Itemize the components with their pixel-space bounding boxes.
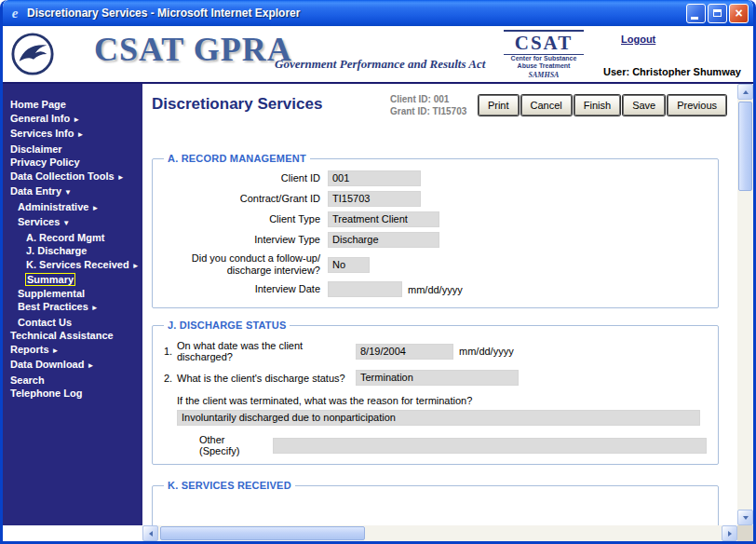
- scroll-right-button[interactable]: [722, 525, 737, 541]
- sidebar-item-label: J. Discharge: [26, 245, 87, 256]
- sidebar-item-services[interactable]: Services▼: [3, 215, 142, 231]
- termination-reason-label: If the client was terminated, what was t…: [177, 395, 707, 406]
- window-title: Discretionary Services - Microsoft Inter…: [27, 7, 684, 20]
- client-type-field[interactable]: Treatment Client: [328, 211, 439, 227]
- ie-icon: e: [7, 6, 22, 20]
- scroll-left-button[interactable]: [142, 525, 158, 541]
- sidebar-item-home-page[interactable]: Home Page: [3, 98, 142, 112]
- scroll-up-button[interactable]: [737, 84, 753, 100]
- scrollbar-corner: [737, 525, 753, 541]
- csat-logo-acronym: CSAT: [504, 30, 584, 55]
- discharge-date-field[interactable]: 8/19/2004: [356, 344, 453, 360]
- chevron-down-icon: ▼: [64, 188, 72, 197]
- title-bar[interactable]: e Discretionary Services - Microsoft Int…: [3, 0, 753, 26]
- sidebar-item-data-entry[interactable]: Data Entry▼: [3, 184, 142, 200]
- bottom-row: [3, 525, 753, 541]
- question-row: 2. What is the client's discharge status…: [164, 370, 707, 386]
- sidebar-item-label: K. Services Received: [26, 259, 129, 270]
- discharge-date-question: On what date was the client discharged?: [177, 340, 356, 362]
- client-id-label: Client ID: 001: [390, 93, 466, 105]
- section-record-management: A. RECORD MANAGEMENT Client ID 001 Contr…: [152, 153, 719, 308]
- other-specify-label: Other (Specify): [199, 434, 267, 456]
- previous-button[interactable]: Previous: [668, 95, 726, 116]
- content-frame: Discretionary Services Client ID: 001 Gr…: [142, 84, 737, 525]
- sidebar-item-privacy-policy[interactable]: Privacy Policy: [3, 156, 142, 170]
- followup-interview-field[interactable]: No: [328, 257, 370, 273]
- sidebar-item-disclaimer[interactable]: Disclaimer: [3, 143, 142, 156]
- sidebar-item-discharge[interactable]: J. Discharge: [3, 244, 142, 258]
- sidebar-item-general-info[interactable]: General Info►: [3, 112, 142, 128]
- cancel-button[interactable]: Cancel: [521, 95, 572, 116]
- chevron-right-icon: ►: [91, 204, 99, 212]
- sidebar-item-data-collection-tools[interactable]: Data Collection Tools►: [3, 170, 142, 185]
- other-specify-field[interactable]: [273, 438, 707, 454]
- horizontal-scroll-thumb[interactable]: [160, 526, 365, 540]
- sidebar-item-search[interactable]: Search: [3, 374, 142, 388]
- sidebar-item-administrative[interactable]: Administrative►: [3, 200, 142, 216]
- sidebar-item-label: Services Info: [10, 128, 74, 139]
- hhs-logo: [10, 32, 55, 80]
- chevron-right-icon: ►: [87, 361, 94, 370]
- sidebar-nav: Home Page General Info► Services Info► D…: [3, 84, 142, 525]
- finish-button[interactable]: Finish: [574, 95, 620, 116]
- sidebar-item-telephone-log[interactable]: Telephone Log: [3, 387, 142, 401]
- print-button[interactable]: Print: [479, 95, 519, 116]
- horizontal-scroll-track[interactable]: [158, 525, 722, 541]
- question-row: 1. On what date was the client discharge…: [164, 340, 707, 362]
- chevron-down-icon: ▼: [62, 219, 70, 227]
- sidebar-item-supplemental[interactable]: Supplemental: [3, 287, 142, 301]
- chevron-right-icon: ►: [76, 130, 84, 139]
- field-row: Interview Date mm/dd/yyyy: [164, 281, 707, 297]
- date-format-hint: mm/dd/yyyy: [408, 284, 463, 295]
- minimize-button[interactable]: [686, 4, 706, 23]
- interview-date-field-label: Interview Date: [164, 283, 320, 295]
- user-label: User: Christopher Shumway: [603, 66, 741, 77]
- date-format-hint: mm/dd/yyyy: [459, 346, 514, 357]
- sidebar-item-data-download[interactable]: Data Download►: [3, 358, 142, 374]
- sidebar-item-label: Home Page: [10, 99, 66, 110]
- action-buttons: Print Cancel Finish Save Previous: [476, 95, 726, 116]
- field-row: Client ID 001: [164, 170, 707, 186]
- sidebar-item-label: Technical Assistance: [10, 330, 114, 341]
- horizontal-scrollbar[interactable]: [142, 525, 737, 541]
- arrow-right-icon: [728, 531, 732, 537]
- sidebar-item-summary[interactable]: Summary: [3, 273, 142, 287]
- csat-logo-line1: Center for Substance: [504, 55, 584, 62]
- vertical-scrollbar[interactable]: [737, 84, 753, 525]
- termination-reason-field[interactable]: Involuntarily discharged due to nonparti…: [177, 410, 700, 426]
- sidebar-item-label: Data Entry: [10, 185, 61, 197]
- sidebar-item-reports[interactable]: Reports►: [3, 343, 142, 359]
- sidebar-item-label: Telephone Log: [10, 388, 82, 399]
- chevron-right-icon: ►: [73, 116, 80, 124]
- brand-title: CSAT GPRA: [94, 30, 292, 69]
- interview-type-field[interactable]: Discharge: [328, 232, 439, 248]
- sidebar-item-label: Data Download: [10, 359, 84, 370]
- sidebar-item-services-info[interactable]: Services Info►: [3, 127, 142, 143]
- chevron-right-icon: ►: [52, 347, 60, 355]
- save-button[interactable]: Save: [623, 95, 665, 116]
- scroll-down-button[interactable]: [737, 510, 753, 525]
- discharge-status-field[interactable]: Termination: [356, 370, 519, 386]
- section-k-legend: K. SERVICES RECEIVED: [164, 480, 295, 491]
- interview-date-field[interactable]: [328, 281, 402, 297]
- vertical-scroll-track[interactable]: [737, 100, 753, 510]
- sidebar-item-record-mgmt[interactable]: A. Record Mgmt: [3, 231, 142, 245]
- sidebar-item-label: Services: [18, 216, 60, 227]
- sidebar-item-label: General Info: [10, 113, 70, 124]
- followup-interview-field-label: Did you conduct a follow-up/ discharge i…: [164, 252, 320, 277]
- sidebar-item-technical-assistance[interactable]: Technical Assistance: [3, 329, 142, 343]
- sidebar-item-best-practices[interactable]: Best Practices►: [3, 300, 142, 316]
- vertical-scroll-thumb[interactable]: [738, 102, 752, 191]
- sidebar-item-label: Contact Us: [18, 317, 72, 328]
- close-button[interactable]: [729, 4, 749, 23]
- question-number: 2.: [164, 373, 177, 384]
- maximize-button[interactable]: [708, 4, 727, 23]
- logout-link[interactable]: Logout: [621, 34, 655, 45]
- sidebar-item-label: Data Collection Tools: [10, 170, 115, 182]
- field-row: Interview Type Discharge: [164, 232, 707, 248]
- section-a-legend: A. RECORD MANAGEMENT: [164, 153, 310, 164]
- client-id-field[interactable]: 001: [328, 170, 421, 186]
- sidebar-item-contact-us[interactable]: Contact Us: [3, 316, 142, 330]
- contract-grant-id-field[interactable]: TI15703: [328, 191, 421, 207]
- sidebar-item-services-received[interactable]: K. Services Received►: [3, 258, 142, 274]
